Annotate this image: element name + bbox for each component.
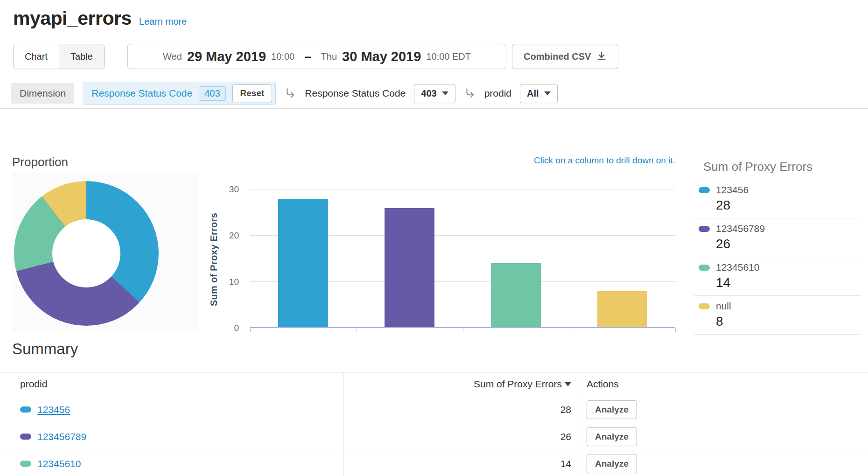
prodid-select[interactable]: All [520,84,558,103]
column-header-sum[interactable]: Sum of Proxy Errors [343,372,579,396]
row-value: 28 [343,396,579,423]
bar-12345610[interactable] [491,263,541,328]
bars-row [250,189,675,328]
page-title: myapi_errors [13,7,132,29]
legend-label: null [716,301,731,312]
legend-value: 8 [716,314,861,329]
legend-value: 14 [716,275,861,290]
bar-slot [357,189,463,328]
prodid-select-value: All [527,88,539,99]
summary-table-body: 12345628Analyze12345678926Analyze1234561… [0,396,868,476]
table-row: 12345628Analyze [0,396,868,423]
row-value: 14 [343,450,579,476]
drilldown-arrow-icon [464,87,476,99]
combined-csv-button[interactable]: Combined CSV [512,44,618,69]
row-swatch [20,434,31,440]
view-toggle: Chart Table [13,44,105,69]
row-swatch [20,461,31,467]
active-filter-chip[interactable]: Response Status Code 403 Reset [83,82,276,105]
prodid-link[interactable]: 123456789 [37,431,86,442]
start-day: Wed [163,51,182,62]
donut-hole [52,219,120,287]
table-row: 1234561014Analyze [0,450,868,476]
start-time: 10:00 [271,51,294,62]
legend-label: 12345610 [716,262,759,273]
x-tick [357,329,357,332]
summary-table: prodid Sum of Proxy Errors Actions 12345… [0,372,868,476]
drilldown-label-prodid: prodid [484,88,511,99]
combined-csv-label: Combined CSV [524,51,591,62]
x-tick [569,329,569,332]
drilldown-hint: Click on a column to drill down on it. [250,155,675,166]
caret-down-icon [544,91,551,95]
start-date: 29 May 2019 [187,49,266,64]
sort-desc-icon [565,382,571,386]
summary-heading: Summary [12,340,78,358]
analytics-page: myapi_errors Learn more Chart Table Wed … [0,0,868,476]
column-header-label: prodid [20,378,47,390]
filter-chip-value: 403 [199,86,225,101]
legend-swatch [699,226,710,232]
table-row: 12345678926Analyze [0,423,868,450]
prodid-link[interactable]: 123456 [37,404,70,415]
x-axis-baseline [250,327,675,328]
table-tab[interactable]: Table [59,44,104,69]
legend-entry: 12345678926 [694,218,861,257]
bar-slot [569,189,675,328]
x-tick [675,329,676,332]
bar-null[interactable] [597,291,647,328]
filter-chip-label: Response Status Code [91,88,192,99]
row-value: 26 [343,423,579,450]
analyze-button[interactable]: Analyze [587,427,637,446]
bar-slot [463,189,569,328]
analyze-button[interactable]: Analyze [587,400,637,419]
y-tick-label: 20 [229,231,239,241]
bar-123456[interactable] [278,199,328,328]
y-axis-ticks: 0102030 [216,189,243,328]
prodid-link[interactable]: 12345610 [37,458,81,469]
learn-more-link[interactable]: Learn more [139,16,187,27]
caret-down-icon [442,91,448,95]
legend-label: 123456 [716,184,749,196]
legend-value: 26 [716,237,861,252]
bar-123456789[interactable] [385,208,434,328]
filter-bar: Dimension Response Status Code 403 Reset… [11,82,558,105]
bar-plot [250,189,675,328]
y-tick-label: 10 [229,277,239,287]
row-swatch [20,406,31,413]
legend-entry: 1234561014 [694,257,861,296]
legend-swatch [699,187,710,193]
legend-title: Sum of Proxy Errors [703,160,861,174]
section-divider [0,108,868,109]
donut-chart[interactable] [14,181,159,326]
legend-swatch [699,303,710,309]
legend-swatch [699,265,710,271]
drilldown-arrow-icon [284,87,296,99]
dimension-label: Dimension [11,83,74,104]
drilldown-label-status-code: Response Status Code [305,88,406,99]
column-header-label: Actions [587,378,619,390]
proportion-label: Proportion [12,155,68,169]
analyze-button[interactable]: Analyze [587,455,637,473]
status-code-select-value: 403 [421,88,436,99]
bar-slot [250,189,357,328]
date-separator: – [304,49,311,64]
legend-entry: null8 [694,296,861,335]
page-header: myapi_errors Learn more [13,7,187,29]
date-range-picker[interactable]: Wed 29 May 2019 10:00 – Thu 30 May 2019 … [127,44,506,69]
reset-button[interactable]: Reset [232,84,273,102]
column-header-actions: Actions [579,372,868,396]
chart-tab[interactable]: Chart [14,44,59,69]
status-code-select[interactable]: 403 [414,84,455,103]
legend-list: 12345628123456789261234561014null8 [694,180,861,335]
summary-table-header: prodid Sum of Proxy Errors Actions [0,372,868,396]
y-tick-label: 0 [234,323,239,333]
end-day: Thu [321,51,337,62]
x-tick [463,329,463,332]
column-header-prodid[interactable]: prodid [0,372,343,396]
legend-entry: 12345628 [694,180,861,218]
legend-value: 28 [716,198,861,213]
download-icon [596,51,607,62]
legend-label: 123456789 [716,223,765,234]
column-header-label: Sum of Proxy Errors [474,378,562,390]
